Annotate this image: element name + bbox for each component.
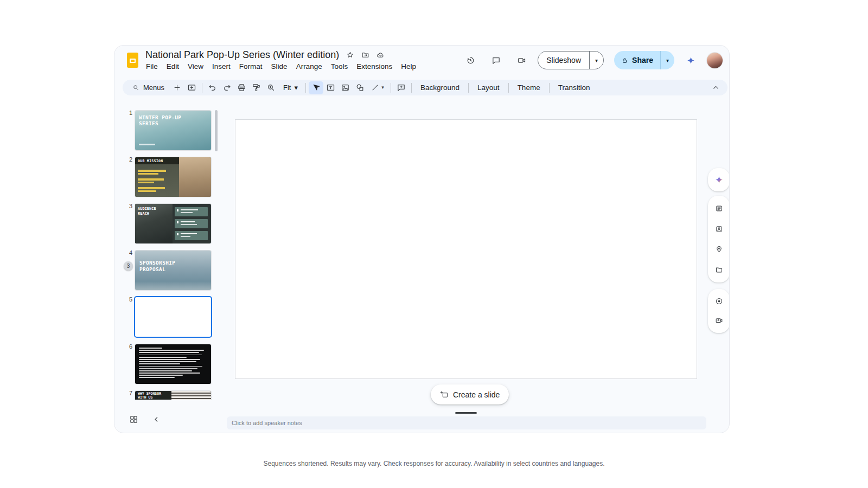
slide-2-title: OUR MISSION	[138, 159, 163, 163]
slideshow-button[interactable]: Slideshow	[538, 52, 589, 69]
record-button[interactable]	[711, 293, 726, 309]
slide-thumbnail-5-selected[interactable]	[135, 297, 211, 337]
slide-1-title: WINTER POP-UP SERIES	[135, 111, 182, 127]
undo-icon	[208, 83, 217, 92]
share-button[interactable]: Share	[614, 51, 660, 69]
filmstrip-scrollbar[interactable]	[215, 110, 218, 151]
slide-thumbnail-2[interactable]: OUR MISSION	[135, 157, 211, 197]
create-slide-button[interactable]: Create a slide	[431, 384, 509, 404]
image-tool-button[interactable]	[338, 81, 353, 94]
redo-button[interactable]	[220, 81, 234, 94]
print-button[interactable]	[234, 81, 249, 94]
insert-comment-button[interactable]	[394, 81, 409, 94]
contacts-panel-button[interactable]	[711, 221, 726, 236]
slideshow-label: Slideshow	[546, 56, 581, 65]
toolbar-separator	[391, 83, 391, 93]
print-icon	[237, 83, 246, 92]
add-comment-icon	[397, 83, 406, 92]
slide-thumbnail-7[interactable]: WHY SPONSOR WITH US	[135, 391, 211, 400]
image-icon	[341, 83, 350, 92]
menu-arrange[interactable]: Arrange	[292, 61, 327, 72]
menu-tools[interactable]: Tools	[327, 61, 353, 72]
chevron-down-icon: ▾	[381, 85, 384, 90]
slide-7-title: WHY SPONSOR WITH US	[138, 392, 170, 400]
slide-7-image	[171, 391, 211, 400]
slide-1-caption-line	[139, 144, 155, 145]
menu-file[interactable]: File	[142, 61, 162, 72]
map-pin-icon	[715, 245, 723, 253]
speaker-notes-placeholder: Click to add speaker notes	[232, 420, 302, 426]
toolbar-separator	[202, 83, 202, 93]
menu-bar: File Edit View Insert Format Slide Arran…	[142, 61, 420, 72]
textbox-tool-button[interactable]	[323, 81, 338, 94]
folder-panel-button[interactable]	[711, 262, 726, 277]
menu-edit[interactable]: Edit	[162, 61, 183, 72]
meet-button[interactable]	[512, 51, 531, 69]
line-tool-button[interactable]: ▾	[367, 81, 388, 94]
redo-icon	[222, 83, 232, 92]
notes-resize-handle[interactable]	[455, 412, 477, 414]
cloud-status-icon[interactable]	[376, 51, 385, 59]
zoom-select[interactable]: Fit ▾	[278, 84, 303, 92]
transition-button[interactable]: Transition	[552, 82, 596, 93]
collapse-filmstrip-button[interactable]	[149, 412, 163, 426]
menu-format[interactable]: Format	[235, 61, 267, 72]
paint-format-button[interactable]	[249, 81, 264, 94]
menu-slide[interactable]: Slide	[267, 61, 292, 72]
card-lines-icon	[715, 204, 723, 213]
header-actions: Slideshow ▾ Share ▾	[461, 51, 723, 69]
create-slide-icon	[440, 390, 448, 399]
comment-icon	[492, 56, 501, 65]
slide-number: 7	[118, 390, 132, 396]
slide-thumbnail-1[interactable]: WINTER POP-UP SERIES	[135, 111, 211, 150]
gemini-rail-button[interactable]	[708, 168, 730, 191]
menu-extensions[interactable]: Extensions	[352, 61, 397, 72]
theme-button[interactable]: Theme	[512, 82, 546, 93]
menu-insert[interactable]: Insert	[208, 61, 235, 72]
toolbar-separator	[411, 83, 412, 93]
gemini-sparkle-icon	[686, 56, 695, 65]
new-slide-plus-button[interactable]	[170, 81, 184, 94]
zoom-in-icon	[266, 83, 276, 92]
account-avatar[interactable]	[707, 53, 723, 68]
lock-icon	[621, 57, 628, 64]
recording-panel-group	[708, 289, 730, 333]
background-button[interactable]: Background	[414, 82, 465, 93]
slide-canvas[interactable]	[235, 119, 697, 379]
notes-card-panel-button[interactable]	[711, 201, 726, 216]
shape-tool-button[interactable]	[353, 81, 367, 94]
slides-logo-icon[interactable]	[127, 53, 138, 68]
collapse-toolbar-button[interactable]	[709, 81, 723, 94]
select-tool-button[interactable]	[309, 81, 323, 94]
shape-icon	[355, 83, 365, 92]
menu-help[interactable]: Help	[397, 61, 420, 72]
slideshow-dropdown[interactable]: ▾	[589, 52, 603, 69]
maps-panel-button[interactable]	[711, 242, 726, 257]
zoom-button[interactable]	[264, 81, 278, 94]
cursor-icon	[311, 83, 321, 92]
slide-number: 2	[118, 156, 132, 163]
undo-button[interactable]	[205, 81, 220, 94]
new-slide-layout-button[interactable]	[184, 81, 199, 94]
menus-search[interactable]: Menus	[127, 80, 170, 95]
slide-row-6: 6	[114, 343, 220, 383]
comments-button[interactable]	[487, 51, 505, 69]
slide-thumbnail-4[interactable]: SPONSORSHIP PROPOSAL	[135, 251, 211, 290]
slide-thumbnail-6[interactable]	[135, 344, 211, 384]
layout-button[interactable]: Layout	[471, 82, 506, 93]
toolbar-separator	[468, 83, 469, 93]
slide-thumbnail-3[interactable]: AUDIENCE REACH	[135, 204, 211, 243]
star-icon[interactable]	[346, 51, 354, 59]
title-row: National Park Pop-Up Series (Winter edit…	[145, 49, 385, 61]
speaker-notes-input[interactable]: Click to add speaker notes	[227, 416, 706, 429]
version-history-button[interactable]	[461, 51, 480, 69]
video-clip-button[interactable]	[711, 313, 726, 329]
move-folder-icon[interactable]	[361, 51, 369, 59]
document-title[interactable]: National Park Pop-Up Series (Winter edit…	[145, 49, 339, 61]
textbox-icon	[326, 83, 335, 92]
folder-icon	[715, 266, 723, 274]
grid-view-button[interactable]	[126, 412, 141, 426]
gemini-button[interactable]	[681, 51, 700, 69]
share-dropdown[interactable]: ▾	[660, 51, 674, 69]
menu-view[interactable]: View	[183, 61, 208, 72]
